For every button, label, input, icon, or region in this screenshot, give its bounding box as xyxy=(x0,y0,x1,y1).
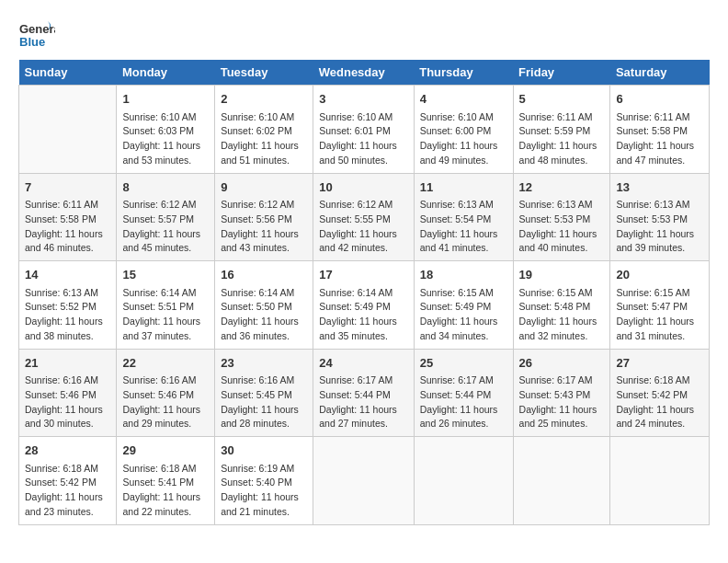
calendar-cell: 2Sunrise: 6:10 AM Sunset: 6:02 PM Daylig… xyxy=(215,86,313,174)
calendar-cell: 27Sunrise: 6:18 AM Sunset: 5:42 PM Dayli… xyxy=(610,349,710,437)
calendar-cell: 16Sunrise: 6:14 AM Sunset: 5:50 PM Dayli… xyxy=(215,261,313,350)
calendar-cell xyxy=(610,437,710,525)
day-info: Sunrise: 6:11 AM Sunset: 5:58 PM Dayligh… xyxy=(25,198,110,256)
calendar-header-row: SundayMondayTuesdayWednesdayThursdayFrid… xyxy=(19,60,710,86)
calendar-day-header: Saturday xyxy=(610,60,710,86)
day-number: 7 xyxy=(25,178,110,197)
logo: General Blue xyxy=(18,18,55,51)
day-info: Sunrise: 6:12 AM Sunset: 5:55 PM Dayligh… xyxy=(319,198,407,256)
calendar-cell: 24Sunrise: 6:17 AM Sunset: 5:44 PM Dayli… xyxy=(313,349,414,437)
day-number: 8 xyxy=(122,178,209,197)
day-number: 4 xyxy=(420,90,507,109)
calendar-cell: 13Sunrise: 6:13 AM Sunset: 5:53 PM Dayli… xyxy=(610,173,710,261)
calendar-cell: 12Sunrise: 6:13 AM Sunset: 5:53 PM Dayli… xyxy=(513,173,610,261)
day-info: Sunrise: 6:16 AM Sunset: 5:45 PM Dayligh… xyxy=(221,373,307,431)
calendar-cell: 9Sunrise: 6:12 AM Sunset: 5:56 PM Daylig… xyxy=(215,173,313,261)
day-info: Sunrise: 6:18 AM Sunset: 5:41 PM Dayligh… xyxy=(122,462,209,520)
calendar-cell: 7Sunrise: 6:11 AM Sunset: 5:58 PM Daylig… xyxy=(19,173,117,261)
day-info: Sunrise: 6:13 AM Sunset: 5:53 PM Dayligh… xyxy=(616,198,703,256)
calendar-cell: 22Sunrise: 6:16 AM Sunset: 5:46 PM Dayli… xyxy=(117,349,215,437)
calendar-cell: 17Sunrise: 6:14 AM Sunset: 5:49 PM Dayli… xyxy=(313,261,414,350)
calendar-week-row: 7Sunrise: 6:11 AM Sunset: 5:58 PM Daylig… xyxy=(19,173,710,261)
calendar-week-row: 14Sunrise: 6:13 AM Sunset: 5:52 PM Dayli… xyxy=(19,261,710,350)
day-number: 3 xyxy=(319,90,407,109)
day-info: Sunrise: 6:12 AM Sunset: 5:56 PM Dayligh… xyxy=(221,198,307,256)
calendar-week-row: 21Sunrise: 6:16 AM Sunset: 5:46 PM Dayli… xyxy=(19,349,710,437)
day-number: 24 xyxy=(319,354,407,373)
day-number: 6 xyxy=(616,90,703,109)
calendar-cell: 20Sunrise: 6:15 AM Sunset: 5:47 PM Dayli… xyxy=(610,261,710,350)
calendar-table: SundayMondayTuesdayWednesdayThursdayFrid… xyxy=(18,60,710,525)
day-info: Sunrise: 6:12 AM Sunset: 5:57 PM Dayligh… xyxy=(122,198,209,256)
calendar-cell xyxy=(313,437,414,525)
day-number: 16 xyxy=(221,266,307,284)
day-info: Sunrise: 6:10 AM Sunset: 6:03 PM Dayligh… xyxy=(122,110,209,168)
day-info: Sunrise: 6:14 AM Sunset: 5:49 PM Dayligh… xyxy=(319,286,407,344)
day-info: Sunrise: 6:13 AM Sunset: 5:52 PM Dayligh… xyxy=(25,286,110,344)
day-number: 21 xyxy=(25,354,110,373)
day-info: Sunrise: 6:15 AM Sunset: 5:49 PM Dayligh… xyxy=(420,286,507,344)
day-number: 15 xyxy=(122,266,209,284)
calendar-cell xyxy=(513,437,610,525)
calendar-cell: 30Sunrise: 6:19 AM Sunset: 5:40 PM Dayli… xyxy=(215,437,313,525)
calendar-day-header: Wednesday xyxy=(313,60,414,86)
day-number: 26 xyxy=(519,354,605,373)
day-number: 20 xyxy=(616,266,703,284)
calendar-cell: 6Sunrise: 6:11 AM Sunset: 5:58 PM Daylig… xyxy=(610,86,710,174)
day-info: Sunrise: 6:19 AM Sunset: 5:40 PM Dayligh… xyxy=(221,462,307,520)
calendar-cell: 23Sunrise: 6:16 AM Sunset: 5:45 PM Dayli… xyxy=(215,349,313,437)
day-number: 23 xyxy=(221,354,307,373)
calendar-cell: 28Sunrise: 6:18 AM Sunset: 5:42 PM Dayli… xyxy=(19,437,117,525)
calendar-cell: 3Sunrise: 6:10 AM Sunset: 6:01 PM Daylig… xyxy=(313,86,414,174)
day-number: 19 xyxy=(519,266,605,284)
calendar-cell: 19Sunrise: 6:15 AM Sunset: 5:48 PM Dayli… xyxy=(513,261,610,350)
day-number: 22 xyxy=(122,354,209,373)
day-info: Sunrise: 6:17 AM Sunset: 5:44 PM Dayligh… xyxy=(420,373,507,431)
calendar-cell: 29Sunrise: 6:18 AM Sunset: 5:41 PM Dayli… xyxy=(117,437,215,525)
day-number: 5 xyxy=(519,90,605,109)
day-info: Sunrise: 6:17 AM Sunset: 5:44 PM Dayligh… xyxy=(319,373,407,431)
svg-text:Blue: Blue xyxy=(19,35,45,49)
calendar-cell xyxy=(414,437,513,525)
calendar-cell: 18Sunrise: 6:15 AM Sunset: 5:49 PM Dayli… xyxy=(414,261,513,350)
day-info: Sunrise: 6:15 AM Sunset: 5:48 PM Dayligh… xyxy=(519,286,605,344)
day-info: Sunrise: 6:14 AM Sunset: 5:51 PM Dayligh… xyxy=(122,286,209,344)
day-number: 14 xyxy=(25,266,110,284)
calendar-cell: 26Sunrise: 6:17 AM Sunset: 5:43 PM Dayli… xyxy=(513,349,610,437)
calendar-cell: 10Sunrise: 6:12 AM Sunset: 5:55 PM Dayli… xyxy=(313,173,414,261)
day-number: 1 xyxy=(122,90,209,109)
calendar-cell: 25Sunrise: 6:17 AM Sunset: 5:44 PM Dayli… xyxy=(414,349,513,437)
day-info: Sunrise: 6:16 AM Sunset: 5:46 PM Dayligh… xyxy=(122,373,209,431)
day-number: 9 xyxy=(221,178,307,197)
day-info: Sunrise: 6:18 AM Sunset: 5:42 PM Dayligh… xyxy=(616,373,703,431)
day-info: Sunrise: 6:13 AM Sunset: 5:53 PM Dayligh… xyxy=(519,198,605,256)
day-info: Sunrise: 6:17 AM Sunset: 5:43 PM Dayligh… xyxy=(519,373,605,431)
calendar-day-header: Thursday xyxy=(414,60,513,86)
day-info: Sunrise: 6:16 AM Sunset: 5:46 PM Dayligh… xyxy=(25,373,110,431)
calendar-week-row: 1Sunrise: 6:10 AM Sunset: 6:03 PM Daylig… xyxy=(19,86,710,174)
calendar-cell: 4Sunrise: 6:10 AM Sunset: 6:00 PM Daylig… xyxy=(414,86,513,174)
day-info: Sunrise: 6:15 AM Sunset: 5:47 PM Dayligh… xyxy=(616,286,703,344)
day-number: 10 xyxy=(319,178,407,197)
calendar-day-header: Monday xyxy=(117,60,215,86)
calendar-cell: 8Sunrise: 6:12 AM Sunset: 5:57 PM Daylig… xyxy=(117,173,215,261)
calendar-cell: 15Sunrise: 6:14 AM Sunset: 5:51 PM Dayli… xyxy=(117,261,215,350)
day-info: Sunrise: 6:13 AM Sunset: 5:54 PM Dayligh… xyxy=(420,198,507,256)
day-number: 2 xyxy=(221,90,307,109)
day-number: 30 xyxy=(221,442,307,460)
calendar-cell xyxy=(19,86,117,174)
calendar-cell: 1Sunrise: 6:10 AM Sunset: 6:03 PM Daylig… xyxy=(117,86,215,174)
logo-bird-icon: General Blue xyxy=(18,18,55,51)
day-info: Sunrise: 6:11 AM Sunset: 5:58 PM Dayligh… xyxy=(616,110,703,168)
day-info: Sunrise: 6:11 AM Sunset: 5:59 PM Dayligh… xyxy=(519,110,605,168)
day-number: 27 xyxy=(616,354,703,373)
calendar-cell: 21Sunrise: 6:16 AM Sunset: 5:46 PM Dayli… xyxy=(19,349,117,437)
day-info: Sunrise: 6:10 AM Sunset: 6:02 PM Dayligh… xyxy=(221,110,307,168)
day-number: 29 xyxy=(122,442,209,460)
day-info: Sunrise: 6:10 AM Sunset: 6:00 PM Dayligh… xyxy=(420,110,507,168)
calendar-day-header: Friday xyxy=(513,60,610,86)
calendar-day-header: Sunday xyxy=(19,60,117,86)
day-info: Sunrise: 6:14 AM Sunset: 5:50 PM Dayligh… xyxy=(221,286,307,344)
calendar-cell: 11Sunrise: 6:13 AM Sunset: 5:54 PM Dayli… xyxy=(414,173,513,261)
day-number: 11 xyxy=(420,178,507,197)
